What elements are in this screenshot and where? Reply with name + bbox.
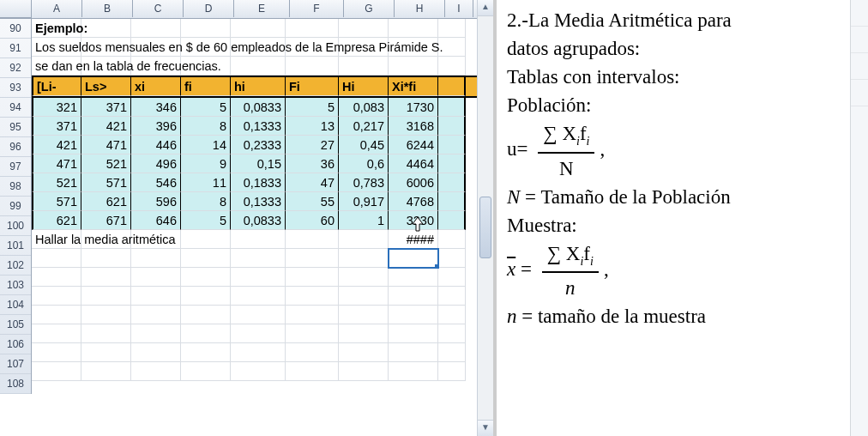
column-header-B[interactable]: B (82, 0, 133, 17)
cell[interactable]: 0,217 (339, 117, 389, 136)
cell[interactable]: 5 (286, 98, 339, 117)
cell[interactable]: Hallar la media aritmética (32, 230, 81, 249)
cells-area[interactable]: Ejemplo:Los sueldos mensuales en $ de 60… (32, 19, 493, 394)
cell[interactable] (286, 249, 339, 268)
cell[interactable] (438, 77, 466, 96)
cell[interactable]: 546 (131, 173, 181, 192)
cell[interactable]: 421 (32, 136, 81, 154)
cell[interactable]: 471 (32, 154, 81, 173)
cell[interactable] (286, 230, 339, 249)
cell[interactable]: Hi (339, 77, 389, 96)
cell[interactable] (438, 343, 466, 362)
cell[interactable] (438, 57, 466, 76)
cell[interactable] (438, 136, 466, 154)
cell[interactable] (81, 268, 131, 287)
column-header-C[interactable]: C (133, 0, 184, 17)
cell[interactable] (438, 249, 466, 268)
cell[interactable]: 671 (81, 211, 131, 230)
cell[interactable] (438, 154, 466, 173)
cell[interactable] (131, 324, 181, 343)
cell[interactable] (231, 343, 286, 362)
cell[interactable]: Ejemplo: (32, 19, 81, 38)
cell[interactable]: 0,6 (339, 154, 389, 173)
row-header[interactable]: 99 (0, 197, 31, 216)
row-header[interactable]: 107 (0, 354, 31, 374)
cell[interactable]: 5 (181, 98, 231, 117)
cell[interactable] (181, 324, 231, 343)
cell[interactable] (389, 362, 438, 381)
cell[interactable] (339, 343, 389, 362)
cell[interactable] (81, 324, 131, 343)
cell[interactable]: Ls> (81, 77, 131, 96)
cell[interactable] (131, 249, 181, 268)
cell[interactable]: 521 (81, 154, 131, 173)
cell[interactable]: 371 (32, 117, 81, 136)
cell[interactable]: 6244 (389, 136, 438, 154)
cell[interactable] (438, 173, 466, 192)
cell[interactable] (181, 268, 231, 287)
cell[interactable]: 446 (131, 136, 181, 154)
cell[interactable] (286, 306, 339, 324)
cell[interactable]: 1 (339, 211, 389, 230)
cell[interactable] (438, 211, 466, 230)
cell[interactable]: #### (389, 230, 438, 249)
scroll-up-button[interactable]: ▲ (478, 0, 493, 16)
cell[interactable]: 0,2333 (231, 136, 286, 154)
cell[interactable] (181, 343, 231, 362)
cell[interactable]: 596 (131, 192, 181, 211)
cell[interactable]: 36 (286, 154, 339, 173)
cell[interactable]: 60 (286, 211, 339, 230)
cell[interactable]: 8 (181, 192, 231, 211)
cell[interactable]: 621 (32, 211, 81, 230)
cell[interactable]: 371 (81, 98, 131, 117)
row-header[interactable]: 93 (0, 78, 31, 98)
cell[interactable] (32, 306, 81, 324)
row-header[interactable]: 101 (0, 236, 31, 256)
cell[interactable] (339, 287, 389, 306)
cell[interactable] (32, 343, 81, 362)
cell[interactable] (231, 19, 286, 38)
cell[interactable]: 27 (286, 136, 339, 154)
cell[interactable] (389, 268, 438, 287)
cell[interactable] (32, 249, 81, 268)
cell[interactable] (231, 249, 286, 268)
cell[interactable] (181, 19, 231, 38)
cell[interactable] (339, 57, 389, 76)
cell[interactable] (438, 306, 466, 324)
row-header[interactable]: 92 (0, 58, 31, 78)
cell[interactable]: 4768 (389, 192, 438, 211)
cell[interactable]: 0,15 (231, 154, 286, 173)
cell[interactable]: 6006 (389, 173, 438, 192)
cell[interactable] (339, 268, 389, 287)
grid[interactable]: ABCDEFGHI 909192939495969798991001011021… (0, 0, 493, 436)
cell[interactable]: 0,45 (339, 136, 389, 154)
cell[interactable] (339, 306, 389, 324)
cell[interactable] (81, 19, 131, 38)
cell[interactable]: 571 (32, 192, 81, 211)
column-header-E[interactable]: E (234, 0, 290, 17)
cell[interactable] (81, 287, 131, 306)
cell[interactable] (389, 324, 438, 343)
cell[interactable]: 9 (181, 154, 231, 173)
cell[interactable] (389, 287, 438, 306)
cell[interactable] (231, 230, 286, 249)
cell[interactable] (339, 230, 389, 249)
cell[interactable] (231, 268, 286, 287)
row-header[interactable]: 97 (0, 157, 31, 177)
cell[interactable] (286, 287, 339, 306)
cell[interactable]: 55 (286, 192, 339, 211)
cell[interactable]: 0,917 (339, 192, 389, 211)
row-header[interactable]: 106 (0, 335, 31, 354)
cell[interactable] (131, 287, 181, 306)
cell[interactable] (438, 192, 466, 211)
cell[interactable]: 521 (32, 173, 81, 192)
row-header[interactable]: 102 (0, 256, 31, 276)
cell[interactable] (81, 343, 131, 362)
cell[interactable] (32, 287, 81, 306)
cell[interactable] (181, 249, 231, 268)
cell[interactable] (231, 306, 286, 324)
cell[interactable] (438, 230, 466, 249)
cell[interactable] (286, 268, 339, 287)
cell[interactable]: xi (131, 77, 181, 96)
cell[interactable] (131, 19, 181, 38)
